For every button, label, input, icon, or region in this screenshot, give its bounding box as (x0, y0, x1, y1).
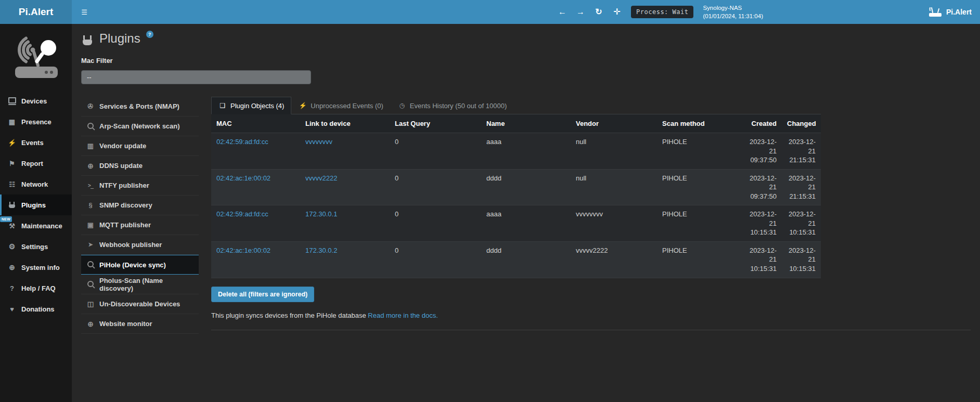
refresh-icon[interactable] (594, 7, 603, 17)
router-icon (929, 6, 942, 18)
mac-link[interactable]: 02:42:ac:1e:00:02 (216, 247, 270, 254)
mqtt-icon (86, 221, 95, 229)
mac-filter-label: Mac Filter (81, 57, 971, 64)
sidebar-item[interactable]: Presence (0, 111, 72, 132)
plugin-nav-item[interactable]: SNMP discovery (81, 196, 199, 215)
sidebar-item-label: Donations (21, 305, 55, 313)
gear-icon (8, 242, 16, 251)
sidebar-item[interactable]: Report (0, 153, 72, 174)
plugin-objects-table: MACLink to deviceLast QueryNameVendorSca… (211, 114, 821, 278)
search-icon (86, 261, 95, 269)
plugin-nav-item-label: Pholus-Scan (Name discovery) (99, 277, 194, 292)
plugin-nav-item-label: Arp-Scan (Network scan) (99, 122, 180, 130)
help-badge[interactable]: ? (146, 31, 153, 38)
bolt-icon (299, 101, 307, 110)
sidebar-item[interactable]: Donations (0, 299, 72, 319)
plugin-nav-item[interactable]: NTFY publisher (81, 176, 199, 196)
question-icon (8, 284, 16, 292)
device-link[interactable]: vvvvv2222 (305, 174, 337, 182)
plug-icon (81, 34, 94, 46)
plugin-nav-item[interactable]: MQTT publisher (81, 215, 199, 235)
tab-label: Events History (50 out of 10000) (410, 102, 507, 110)
scan-method-cell: PIHOLE (657, 241, 742, 278)
plugin-nav-item-label: Un-Discoverable Devices (99, 300, 180, 308)
sidebar-item-label: Report (21, 160, 43, 167)
changed-cell: 2023-12-21 21:15:31 (782, 169, 821, 205)
column-header: Link to device (300, 114, 390, 133)
tab[interactable]: Plugin Objects (4) (211, 97, 291, 114)
tab-label: Plugin Objects (4) (230, 102, 284, 110)
plug-icon (8, 201, 16, 209)
column-header: Name (481, 114, 571, 133)
tab[interactable]: Events History (50 out of 10000) (391, 97, 514, 114)
table-body: 02:42:59:ad:fd:cc vvvvvvvv 0 aaaa null P… (211, 133, 821, 278)
mac-link[interactable]: 02:42:59:ad:fd:cc (216, 210, 268, 218)
device-link[interactable]: 172.30.0.1 (305, 210, 337, 218)
plugin-nav-item[interactable]: PiHole (Device sync) (81, 255, 199, 275)
sidebar-item[interactable]: Maintenance NEW (0, 215, 72, 236)
forward-arrow-icon[interactable] (576, 7, 585, 17)
name-cell: aaaa (481, 205, 571, 242)
device-link[interactable]: vvvvvvvv (305, 138, 332, 146)
mac-link[interactable]: 02:42:59:ad:fd:cc (216, 138, 268, 146)
sidebar-item[interactable]: Events (0, 132, 72, 153)
plugin-nav-item[interactable]: Services & Ports (NMAP) (81, 97, 199, 116)
plugin-nav-item-label: PiHole (Device sync) (99, 261, 166, 269)
tab[interactable]: Unprocessed Events (0) (291, 97, 390, 114)
plugin-nav-item[interactable]: Pholus-Scan (Name discovery) (81, 275, 199, 294)
process-status-badge: Process: Wait (631, 6, 693, 18)
plugin-nav-item[interactable]: Un-Discoverable Devices (81, 294, 199, 314)
sidebar-item[interactable]: System info (0, 257, 72, 278)
column-header: Vendor (571, 114, 657, 133)
column-header: Scan method (657, 114, 742, 133)
brand-logo[interactable]: Pi.Alert (0, 0, 72, 24)
mac-filter-input[interactable] (81, 70, 311, 84)
topbar-brand-right[interactable]: Pi.Alert (929, 6, 972, 18)
table-row: 02:42:59:ad:fd:cc vvvvvvvv 0 aaaa null P… (211, 133, 821, 170)
column-header: Changed (782, 114, 821, 133)
bolt-icon (8, 138, 16, 147)
last-query-cell: 0 (390, 241, 481, 278)
plugin-description: This plugin syncs devices from the PiHol… (211, 312, 971, 319)
sidebar-item[interactable]: Devices (0, 90, 72, 111)
plugin-nav-item-label: MQTT publisher (99, 221, 151, 229)
topbar-brand-label: Pi.Alert (946, 8, 972, 16)
delete-all-button[interactable]: Delete all (filters are ignored) (211, 287, 314, 302)
plugin-nav-item-label: NTFY publisher (99, 181, 149, 189)
sidebar: Devices Presence Events Report (0, 24, 72, 402)
wrench-icon (8, 222, 16, 230)
move-icon[interactable] (612, 7, 622, 17)
plugin-nav-item[interactable]: Website monitor (81, 314, 199, 334)
page-title: Plugins (99, 31, 140, 46)
globe-icon (8, 263, 16, 271)
created-cell: 2023-12-21 09:37:50 (742, 169, 782, 205)
mac-link[interactable]: 02:42:ac:1e:00:02 (216, 174, 270, 182)
pialert-router-logo-icon (9, 32, 63, 84)
created-cell: 2023-12-21 10:15:31 (742, 241, 782, 278)
plugin-nav-item[interactable]: Arp-Scan (Network scan) (81, 116, 199, 136)
sidebar-item[interactable]: Help / FAQ (0, 278, 72, 299)
plugin-nav-item[interactable]: DDNS update (81, 156, 199, 176)
sidebar-item[interactable]: Plugins (0, 194, 72, 215)
page-header: Plugins ? (81, 31, 971, 46)
globe-icon (86, 162, 95, 170)
laptop-icon (8, 97, 16, 105)
back-arrow-icon[interactable] (558, 7, 567, 17)
sidebar-item[interactable]: Settings (0, 236, 72, 257)
last-query-cell: 0 (390, 169, 481, 205)
plugin-nav-item[interactable]: Vendor update (81, 136, 199, 156)
sitemap-icon (8, 180, 16, 188)
heart-icon (8, 305, 16, 313)
plugin-nav-item-label: Website monitor (99, 320, 152, 328)
sidebar-item[interactable]: Network (0, 174, 72, 194)
content-row: Services & Ports (NMAP) Arp-Scan (Networ… (81, 97, 971, 334)
nav-arrows (558, 7, 622, 17)
docs-link[interactable]: Read more in the docs. (368, 312, 437, 319)
sidebar-nav: Devices Presence Events Report (0, 90, 72, 319)
plugin-nav-item[interactable]: Webhook publisher (81, 235, 199, 255)
menu-icon[interactable] (80, 8, 88, 16)
device-link[interactable]: 172.30.0.2 (305, 247, 337, 254)
name-cell: aaaa (481, 133, 571, 170)
sidebar-item-label: Events (21, 139, 44, 147)
sidebar-item-label: Plugins (21, 201, 46, 209)
